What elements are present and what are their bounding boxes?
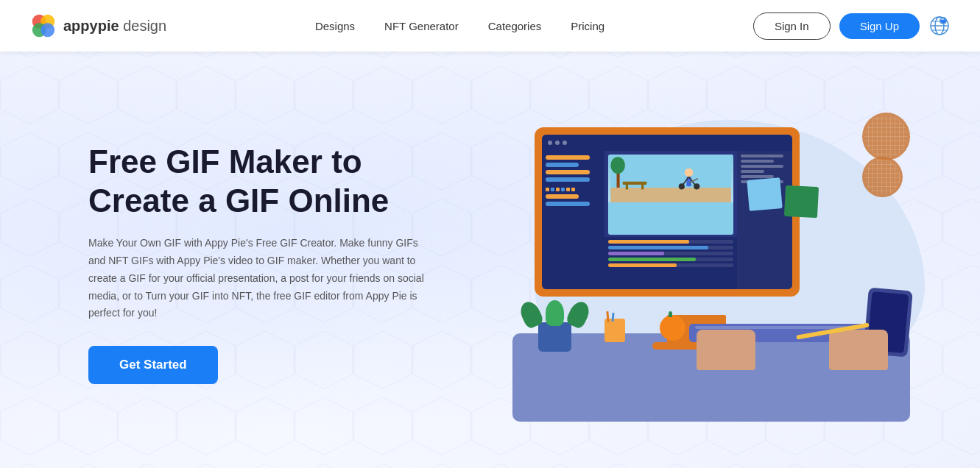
plant	[527, 300, 582, 352]
timeline-fill-3	[608, 252, 665, 255]
monitor-screen	[542, 135, 792, 289]
screen-main	[604, 151, 737, 289]
screen-timeline	[604, 237, 737, 289]
timeline-fill-2	[608, 246, 708, 249]
monitor	[535, 127, 800, 297]
nav-links: Designs NFT Generator Categories Pricing	[315, 20, 604, 32]
navbar: appypie design Designs NFT Generator Cat…	[0, 0, 980, 52]
svg-point-17	[610, 157, 625, 174]
svg-rect-14	[625, 185, 627, 190]
panel-dot-5	[566, 188, 570, 191]
signup-button[interactable]: Sign Up	[839, 13, 920, 39]
pencil-cup	[604, 319, 625, 342]
sticky-note-1	[747, 177, 782, 211]
panel-dot-3	[556, 188, 560, 191]
nav-link-nft-generator[interactable]: NFT Generator	[384, 20, 459, 32]
right-bar-3	[741, 165, 783, 168]
hero-content: Free GIF Maker to Create a GIF Online Ma…	[88, 143, 471, 385]
plant-leaves	[527, 300, 582, 326]
panel-dot-2	[551, 188, 554, 191]
timeline-row-5	[608, 263, 733, 267]
screen-toolbar	[542, 135, 792, 151]
right-bar-4	[741, 170, 764, 173]
signin-button[interactable]: Sign In	[753, 13, 831, 40]
nav-link-designs[interactable]: Designs	[315, 20, 355, 32]
screen-right-panel	[737, 151, 792, 289]
panel-bar-4	[546, 177, 590, 182]
panel-bar-3	[546, 170, 590, 174]
svg-point-3	[40, 23, 54, 37]
timeline-row-2	[608, 246, 733, 249]
nav-link-pricing[interactable]: Pricing	[571, 20, 604, 32]
panel-bar-2	[546, 163, 579, 167]
timeline-row-3	[608, 252, 733, 255]
hand-right	[829, 330, 888, 370]
svg-rect-13	[622, 182, 646, 185]
toolbar-dot-2	[555, 141, 560, 145]
toolbar-dot-3	[563, 141, 567, 145]
hero-title: Free GIF Maker to Create a GIF Online	[88, 143, 471, 221]
plant-pot	[538, 322, 571, 352]
illustration-container	[483, 105, 910, 422]
panel-dot-1	[546, 188, 549, 191]
hero-section: Free GIF Maker to Create a GIF Online Ma…	[0, 52, 980, 468]
panel-dots	[546, 188, 601, 191]
screen-left-panel	[542, 151, 604, 289]
panel-dot-4	[561, 188, 565, 191]
hands	[682, 326, 895, 370]
panel-bar-1	[546, 155, 590, 160]
timeline-row-4	[608, 258, 733, 261]
get-started-button[interactable]: Get Started	[88, 346, 218, 384]
svg-point-23	[694, 183, 699, 189]
hand-left	[697, 330, 755, 370]
timeline-fill-1	[608, 240, 690, 244]
screen-body	[542, 151, 792, 289]
panel-bar-5	[546, 194, 579, 199]
deco-circle-1	[862, 113, 910, 160]
deco-circle-2	[862, 157, 903, 197]
svg-point-18	[684, 169, 692, 177]
timeline-row-1	[608, 240, 733, 244]
svg-rect-15	[641, 185, 644, 190]
right-bar-2	[741, 160, 774, 163]
hero-description: Make Your Own GIF with Appy Pie's Free G…	[88, 235, 434, 322]
leaf-2	[546, 300, 564, 326]
panel-dot-6	[571, 188, 575, 191]
timeline-fill-4	[608, 258, 696, 261]
svg-rect-12	[610, 188, 731, 202]
svg-point-22	[678, 183, 684, 189]
toolbar-dot-1	[548, 141, 552, 145]
panel-bar-6	[546, 202, 590, 206]
video-preview	[608, 155, 733, 235]
nav-link-categories[interactable]: Categories	[488, 20, 542, 32]
logo[interactable]: appypie design	[29, 12, 166, 40]
video-sky	[608, 155, 733, 202]
logo-text: appypie design	[63, 18, 166, 35]
sticky-note-2	[783, 185, 818, 218]
timeline-fill-5	[608, 263, 677, 267]
logo-icon	[29, 12, 57, 40]
right-bar-1	[741, 155, 783, 157]
nav-actions: Sign In Sign Up	[753, 13, 951, 40]
globe-icon[interactable]	[928, 15, 951, 37]
hero-illustration	[471, 105, 921, 422]
